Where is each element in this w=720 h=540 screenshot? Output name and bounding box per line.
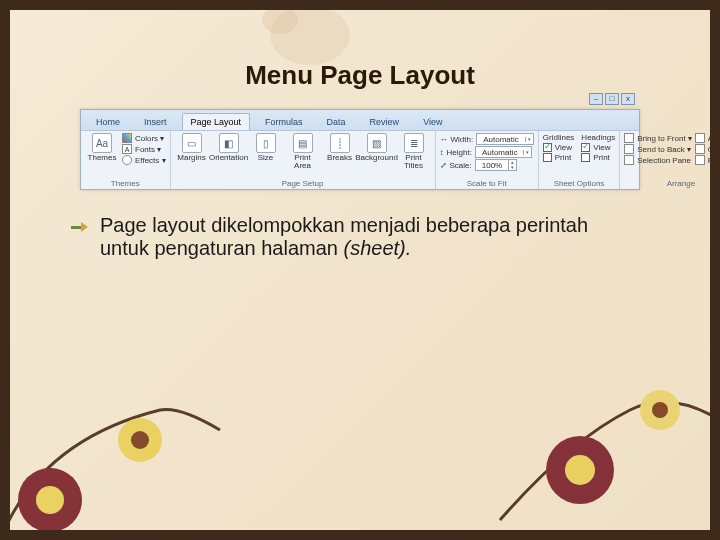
group-button[interactable]: Group ▾ <box>695 144 720 154</box>
svg-point-8 <box>640 390 680 430</box>
svg-point-2 <box>18 468 82 532</box>
decorative-flower <box>0 380 240 540</box>
tab-page-layout[interactable]: Page Layout <box>182 113 251 130</box>
background-button[interactable]: ▨Background <box>360 133 394 162</box>
print-titles-icon: ≣ <box>404 133 424 153</box>
width-dropdown[interactable]: Automatic▾ <box>476 133 534 145</box>
group-sheet-options: Gridlines View Print Headings View Print… <box>539 131 620 189</box>
width-icon: ↔ <box>440 135 448 144</box>
tab-view[interactable]: View <box>414 113 451 130</box>
slide-title: Menu Page Layout <box>10 60 710 91</box>
background-icon: ▨ <box>367 133 387 153</box>
svg-point-7 <box>565 455 595 485</box>
tab-home[interactable]: Home <box>87 113 129 130</box>
group-label-themes: Themes <box>85 178 166 188</box>
themes-icon: Aa <box>92 133 112 153</box>
scale-width-row: ↔Width:Automatic▾ <box>440 133 534 145</box>
window-close-button[interactable]: x <box>621 93 635 105</box>
effects-icon <box>122 155 132 165</box>
body-paragraph: Page layout dikelompokkan menjadi bebera… <box>100 214 640 260</box>
print-area-icon: ▤ <box>293 133 313 153</box>
size-icon: ▯ <box>256 133 276 153</box>
selection-pane-icon <box>624 155 634 165</box>
orientation-button[interactable]: ◧Orientation <box>212 133 246 162</box>
effects-button[interactable]: Effects ▾ <box>122 155 166 165</box>
group-label-scale: Scale to Fit <box>440 178 534 188</box>
rotate-icon <box>695 155 705 165</box>
window-minimize-button[interactable]: – <box>589 93 603 105</box>
ribbon-body: Aa Themes Colors ▾ AFonts ▾ Effects ▾ Th… <box>81 131 639 189</box>
selection-pane-button[interactable]: Selection Pane <box>624 155 692 165</box>
breaks-button[interactable]: ┊Breaks <box>323 133 357 162</box>
group-label-page-setup: Page Setup <box>175 178 431 188</box>
tab-review[interactable]: Review <box>361 113 409 130</box>
scale-icon: ⤢ <box>440 161 447 170</box>
svg-point-6 <box>546 436 614 504</box>
size-button[interactable]: ▯Size <box>249 133 283 162</box>
colors-icon <box>122 133 132 143</box>
rotate-button[interactable]: Rotate ▾ <box>695 155 720 165</box>
group-arrange: Bring to Front ▾ Send to Back ▾ Selectio… <box>620 131 720 189</box>
align-button[interactable]: Align ▾ <box>695 133 720 143</box>
group-themes: Aa Themes Colors ▾ AFonts ▾ Effects ▾ Th… <box>81 131 171 189</box>
gridlines-view-checkbox[interactable]: View <box>543 143 575 152</box>
orientation-icon: ◧ <box>219 133 239 153</box>
tab-data[interactable]: Data <box>318 113 355 130</box>
group-page-setup: ▭Margins ◧Orientation ▯Size ▤Print Area … <box>171 131 436 189</box>
bullet-icon <box>70 218 88 236</box>
tab-formulas[interactable]: Formulas <box>256 113 312 130</box>
height-icon: ↕ <box>440 148 444 157</box>
send-back-icon <box>624 144 634 154</box>
height-dropdown[interactable]: Automatic▾ <box>475 146 533 158</box>
checkbox-icon <box>543 143 552 152</box>
headings-view-checkbox[interactable]: View <box>581 143 615 152</box>
breaks-icon: ┊ <box>330 133 350 153</box>
fonts-icon: A <box>122 144 132 154</box>
themes-button[interactable]: Aa Themes <box>85 133 119 162</box>
margins-button[interactable]: ▭Margins <box>175 133 209 162</box>
svg-point-4 <box>118 418 162 462</box>
fonts-button[interactable]: AFonts ▾ <box>122 144 166 154</box>
colors-button[interactable]: Colors ▾ <box>122 133 166 143</box>
window-maximize-button[interactable]: □ <box>605 93 619 105</box>
align-icon <box>695 133 705 143</box>
scale-row: ⤢Scale:100%▴▾ <box>440 159 534 171</box>
scale-height-row: ↕Height:Automatic▾ <box>440 146 534 158</box>
checkbox-icon <box>581 153 590 162</box>
body-text-emphasis: (sheet). <box>344 237 412 259</box>
group-label-sheet-options: Sheet Options <box>543 178 615 188</box>
checkbox-icon <box>581 143 590 152</box>
scale-spinner[interactable]: 100%▴▾ <box>475 159 517 171</box>
headings-print-checkbox[interactable]: Print <box>581 153 615 162</box>
bring-to-front-button[interactable]: Bring to Front ▾ <box>624 133 692 143</box>
group-icon <box>695 144 705 154</box>
svg-point-0 <box>270 5 350 65</box>
svg-marker-11 <box>81 222 88 232</box>
decorative-flower <box>490 350 720 540</box>
checkbox-icon <box>543 153 552 162</box>
excel-ribbon: Home Insert Page Layout Formulas Data Re… <box>80 109 640 190</box>
gridlines-print-checkbox[interactable]: Print <box>543 153 575 162</box>
group-scale-to-fit: ↔Width:Automatic▾ ↕Height:Automatic▾ ⤢Sc… <box>436 131 539 189</box>
svg-point-1 <box>262 6 298 34</box>
chevron-down-icon: ▾ <box>525 137 533 142</box>
chevron-down-icon: ▾ <box>523 150 531 155</box>
print-titles-button[interactable]: ≣Print Titles <box>397 133 431 170</box>
group-label-arrange: Arrange <box>624 178 720 188</box>
themes-label: Themes <box>88 154 117 162</box>
spinner-arrows-icon: ▴▾ <box>508 160 516 170</box>
ribbon-tabs: Home Insert Page Layout Formulas Data Re… <box>81 110 639 131</box>
svg-point-5 <box>131 431 149 449</box>
svg-point-3 <box>36 486 64 514</box>
margins-icon: ▭ <box>182 133 202 153</box>
svg-point-9 <box>652 402 668 418</box>
send-to-back-button[interactable]: Send to Back ▾ <box>624 144 692 154</box>
print-area-button[interactable]: ▤Print Area <box>286 133 320 170</box>
tab-insert[interactable]: Insert <box>135 113 176 130</box>
bring-front-icon <box>624 133 634 143</box>
